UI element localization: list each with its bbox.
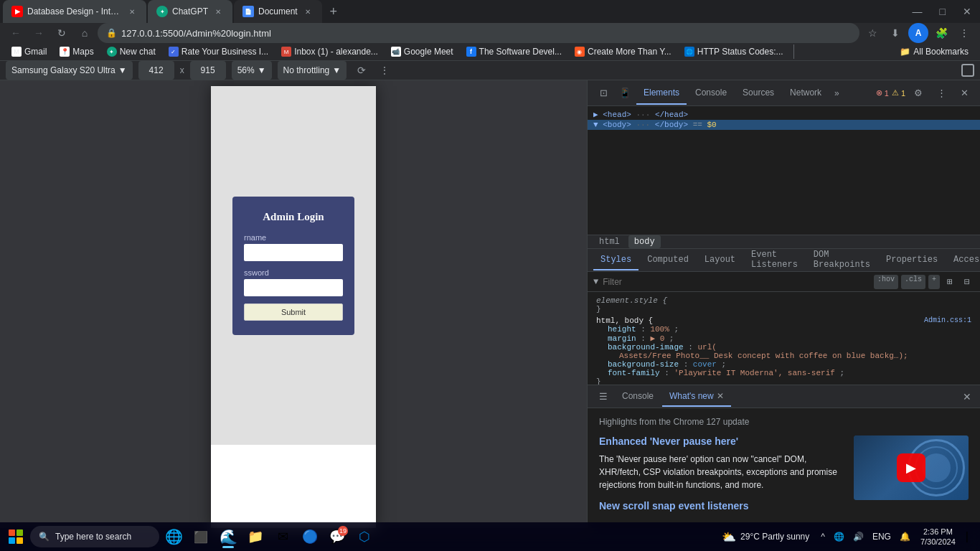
password-input[interactable] <box>244 279 343 296</box>
tray-sound[interactable]: 🔊 <box>850 529 867 545</box>
article2-title[interactable]: New scroll snap event listeners <box>599 500 969 512</box>
devtools-device-btn[interactable]: 📱 <box>615 83 635 103</box>
chrome-icon: 🔵 <box>302 529 318 545</box>
styles-tab-layout[interactable]: Layout <box>697 250 743 270</box>
zoom-selector[interactable]: 56% ▼ <box>232 61 272 80</box>
back-button[interactable]: ← <box>6 23 26 43</box>
bookmark-newchat[interactable]: ✦ New chat <box>101 43 161 60</box>
styles-grid-btn[interactable]: ⊟ <box>960 275 974 289</box>
home-button[interactable]: ⌂ <box>75 23 95 43</box>
devtools-tab-sources[interactable]: Sources <box>735 82 781 105</box>
start-button[interactable] <box>3 524 29 550</box>
taskbar-search[interactable]: 🔍 Type here to search <box>30 526 159 547</box>
reload-button[interactable]: ↻ <box>52 23 72 43</box>
body-breadcrumb[interactable]: body <box>628 235 661 248</box>
tray-icons: ^ 🌐 🔊 ENG 🔔 <box>818 529 913 545</box>
devtools-inspect-btn[interactable]: ⊡ <box>593 83 613 103</box>
bookmark-software[interactable]: f The Software Devel... <box>461 43 567 60</box>
show-desktop[interactable]: | <box>963 527 971 546</box>
throttle-selector[interactable]: No throttling ▼ <box>278 61 347 80</box>
youtube-play-button[interactable]: ▶ <box>897 453 925 482</box>
bookmark-inbox[interactable]: M Inbox (1) - alexande... <box>275 43 384 60</box>
bottom-panel-close[interactable]: ✕ <box>960 388 974 405</box>
all-bookmarks-label: All Bookmarks <box>913 47 969 57</box>
filter-badge-add[interactable]: + <box>928 275 940 289</box>
devtools-tab-console[interactable]: Console <box>688 82 734 105</box>
styles-tab-event-listeners[interactable]: Event Listeners <box>744 250 805 270</box>
toolbar-more-button[interactable]: ⋮ <box>380 65 390 76</box>
address-bar[interactable]: 🔒 127.0.0.1:5500/Admin%20login.html <box>98 23 859 43</box>
devtools-more-btn[interactable]: ⋮ <box>931 83 951 103</box>
styles-format-btn[interactable]: ⊞ <box>943 275 957 289</box>
rotate-button[interactable]: ⟳ <box>352 61 371 80</box>
tray-chevron[interactable]: ^ <box>818 529 828 545</box>
filter-input[interactable] <box>603 277 870 287</box>
html-body-margin: margin : ▶ 0 ; <box>596 334 971 343</box>
html-breadcrumb[interactable]: html <box>593 235 626 248</box>
bookmark-gmail[interactable]: M Gmail <box>6 43 52 60</box>
tab-close-chatgpt[interactable]: ✕ <box>212 6 224 17</box>
all-bookmarks-button[interactable]: 📁 All Bookmarks <box>894 43 974 60</box>
html-tree-body[interactable]: ▼ <body> ··· </body> == $0 <box>588 120 980 130</box>
width-input[interactable] <box>138 61 174 80</box>
more-menu-button[interactable]: ⋮ <box>954 23 974 43</box>
profile-button[interactable]: A <box>908 23 928 43</box>
username-input[interactable] <box>244 244 343 261</box>
submit-button[interactable]: Submit <box>244 303 343 321</box>
bookmark-http[interactable]: 🌐 HTTP Status Codes:... <box>679 43 789 60</box>
minimize-button[interactable]: — <box>907 3 928 20</box>
tab-close-youtube[interactable]: ✕ <box>126 6 138 17</box>
taskbar-whatsapp[interactable]: 💬 19 <box>324 524 350 550</box>
taskbar-edge[interactable]: 🌊 <box>215 524 241 550</box>
taskbar-explorer[interactable]: 📁 <box>242 524 268 550</box>
forward-button[interactable]: → <box>29 23 49 43</box>
tab-chatgpt[interactable]: ✦ ChatGPT ✕ <box>148 0 232 23</box>
styles-tab-styles[interactable]: Styles <box>593 250 639 270</box>
height-input[interactable] <box>190 61 226 80</box>
taskbar-chrome[interactable]: 🔵 <box>297 524 323 550</box>
bottom-tab-whatsnew[interactable]: What's new ✕ <box>662 387 731 407</box>
browser-download[interactable]: ⬇ <box>885 23 905 43</box>
bookmark-createmore[interactable]: ◉ Create More Than Y... <box>569 43 677 60</box>
tray-notification[interactable]: 🔔 <box>897 529 913 545</box>
styles-tab-properties[interactable]: Properties <box>879 250 945 270</box>
bookmark-meet[interactable]: 📹 Google Meet <box>385 43 459 60</box>
device-selector[interactable]: Samsung Galaxy S20 Ultra ▼ <box>6 61 133 80</box>
html-tree-head[interactable]: ▶ <head> ··· </head> <box>588 109 980 120</box>
styles-tab-accessibility[interactable]: Accessibility <box>946 250 980 270</box>
tab-close-document[interactable]: ✕ <box>302 6 314 17</box>
devtools-settings-btn[interactable]: ⚙ <box>908 83 928 103</box>
styles-tab-computed[interactable]: Computed <box>640 250 696 270</box>
tray-language[interactable]: ENG <box>870 529 894 545</box>
clock[interactable]: 2:36 PM 7/30/2024 <box>916 525 960 549</box>
devtools-tab-elements[interactable]: Elements <box>636 82 687 105</box>
new-tab-button[interactable]: + <box>324 1 344 22</box>
bottom-tab-console[interactable]: Console <box>615 387 661 407</box>
windows-logo <box>9 529 23 544</box>
devtools-settings[interactable] <box>961 64 974 77</box>
tab-youtube[interactable]: ▶ Database Design - Introduction... ✕ <box>3 0 146 23</box>
bookmark-star[interactable]: ☆ <box>862 23 882 43</box>
filter-badge-cls[interactable]: .cls <box>901 275 925 289</box>
maximize-button[interactable]: □ <box>934 3 951 20</box>
taskbar-vscode[interactable]: ⬡ <box>352 524 377 550</box>
taskbar-mail[interactable]: ✉ <box>270 524 296 550</box>
styles-tab-dom-breakpoints[interactable]: DOM Breakpoints <box>806 250 877 270</box>
devtools-tab-network[interactable]: Network <box>783 82 829 105</box>
whatsnew-close-icon[interactable]: ✕ <box>717 391 724 401</box>
tray-network[interactable]: 🌐 <box>831 529 847 545</box>
filter-badge-hov[interactable]: :hov <box>874 275 898 289</box>
article1-title[interactable]: Enhanced 'Never pause here' <box>599 435 845 447</box>
weather-widget[interactable]: ⛅ 29°C Partly sunny <box>716 524 815 550</box>
devtools-close-btn[interactable]: ✕ <box>954 83 974 103</box>
throttle-value: No throttling <box>283 65 330 75</box>
extensions-button[interactable]: 🧩 <box>931 23 951 43</box>
close-button[interactable]: ✕ <box>957 3 977 20</box>
bookmark-rate[interactable]: ✓ Rate Your Business I... <box>163 43 274 60</box>
taskbar-taskview[interactable]: ⬛ <box>188 524 214 550</box>
bookmark-maps[interactable]: 📍 Maps <box>54 43 99 60</box>
bottom-panel-menu-btn[interactable]: ☰ <box>593 387 613 407</box>
tab-document[interactable]: 📄 Document ✕ <box>234 0 322 23</box>
taskbar-cortana[interactable]: 🌐 <box>161 524 187 550</box>
devtools-tabs-more[interactable]: » <box>830 88 844 98</box>
